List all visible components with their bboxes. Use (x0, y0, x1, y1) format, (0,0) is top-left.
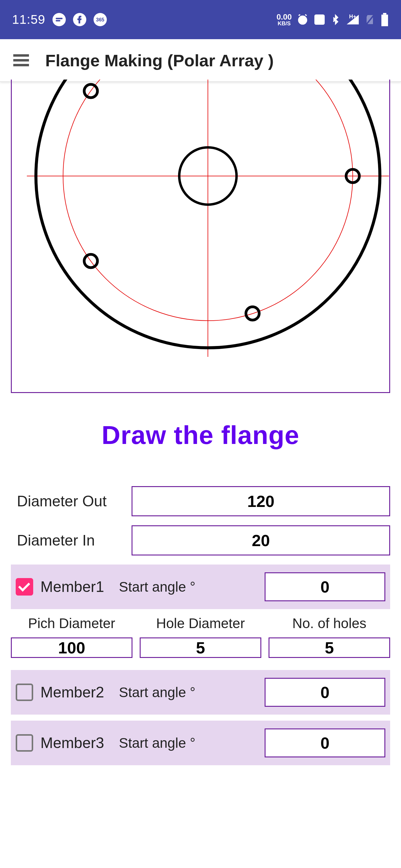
member1-start-angle-label: Start angle ° (119, 579, 265, 595)
alarm-icon (296, 13, 309, 26)
member2-start-angle-input[interactable] (265, 678, 385, 707)
page-title: Flange Making (Polar Array ) (45, 51, 274, 70)
member1-label: Member1 (40, 578, 119, 595)
hole-diameter-col: Hole Diameter (140, 615, 261, 658)
diameter-in-input[interactable] (132, 525, 390, 555)
bluetooth-icon (331, 13, 341, 26)
member2-label: Member2 (40, 684, 119, 701)
member3-start-angle-input[interactable] (265, 728, 385, 757)
diameter-out-input[interactable] (132, 486, 390, 516)
facebook-icon (73, 13, 86, 26)
hole-diameter-input[interactable] (140, 638, 261, 658)
no-sim-icon (365, 13, 376, 26)
member3-label: Member3 (40, 734, 119, 752)
nfc-icon (314, 13, 325, 26)
svg-rect-9 (383, 13, 386, 15)
member1-start-angle-input[interactable] (265, 572, 385, 601)
member1-checkbox[interactable] (16, 578, 33, 595)
diameter-in-row: Diameter In (11, 525, 390, 555)
hole-count-col: No. of holes (268, 615, 390, 658)
status-left-group: 11:59 365 (12, 12, 107, 27)
hamburger-menu-button[interactable] (9, 48, 33, 72)
svg-text:365: 365 (96, 17, 105, 22)
member2-checkbox[interactable] (16, 684, 33, 701)
member1-row: Member1 Start angle ° (11, 564, 390, 609)
member1-params-row: Pich Diameter Hole Diameter No. of holes (11, 615, 390, 658)
hole-count-input[interactable] (268, 638, 390, 658)
chat-notification-icon (53, 13, 66, 26)
member2-row: Member2 Start angle ° (11, 670, 390, 715)
flange-drawing-canvas[interactable] (11, 80, 390, 393)
battery-icon (380, 13, 389, 26)
svg-point-0 (53, 13, 66, 26)
data-speed-indicator: 0.00 KB/S (277, 13, 292, 26)
member3-checkbox[interactable] (16, 734, 33, 752)
status-time: 11:59 (12, 12, 45, 27)
member3-row: Member3 Start angle ° (11, 721, 390, 765)
hole-count-label: No. of holes (292, 615, 366, 631)
status-right-group: 0.00 KB/S H+ (277, 13, 389, 26)
canvas-container (0, 80, 401, 393)
diameter-out-row: Diameter Out (11, 486, 390, 516)
pitch-diameter-label: Pich Diameter (28, 615, 115, 631)
section-heading: Draw the flange (0, 420, 401, 450)
svg-rect-8 (381, 15, 388, 27)
app-bar: Flange Making (Polar Array ) (0, 39, 401, 82)
diameter-out-label: Diameter Out (11, 493, 132, 510)
diameter-in-label: Diameter In (11, 532, 132, 549)
android-status-bar: 11:59 365 0.00 KB/S H+ (0, 0, 401, 39)
signal-icon: H+ (345, 13, 360, 26)
app-365-icon: 365 (93, 13, 107, 26)
member2-start-angle-label: Start angle ° (119, 684, 265, 701)
pitch-diameter-input[interactable] (11, 638, 133, 658)
member3-start-angle-label: Start angle ° (119, 735, 265, 751)
hole-diameter-label: Hole Diameter (156, 615, 245, 631)
pitch-diameter-col: Pich Diameter (11, 615, 133, 658)
flange-form: Diameter Out Diameter In Member1 Start a… (0, 486, 401, 765)
